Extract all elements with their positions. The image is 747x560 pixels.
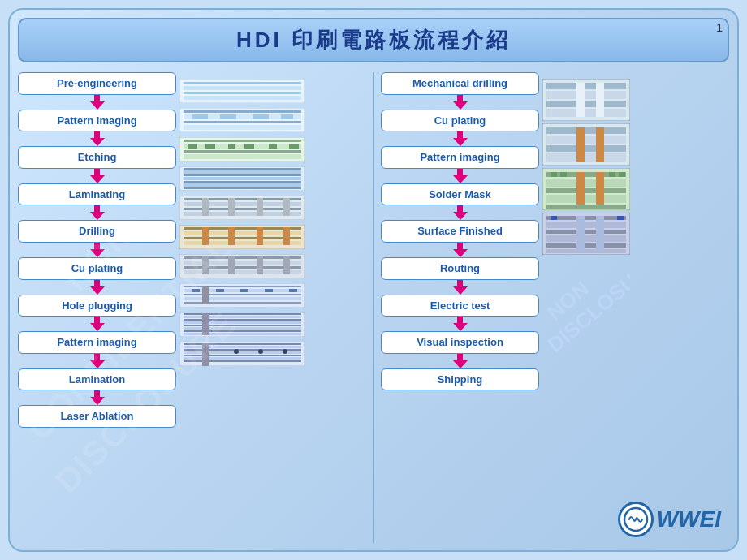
- svg-rect-103: [546, 136, 626, 144]
- svg-rect-97: [546, 101, 626, 107]
- wm-text: NONDISCLOSURE: [542, 257, 630, 387]
- step-surface-finished: Surface Finished: [381, 220, 539, 243]
- step-box-lamination: Lamination: [18, 368, 176, 391]
- svg-rect-8: [184, 121, 301, 123]
- right-cross-col: NONDISCLOSURE: [542, 72, 630, 543]
- step-box-mechanical-drilling: Mechanical drilling: [381, 72, 539, 95]
- svg-rect-87: [184, 355, 301, 356]
- svg-rect-15: [184, 140, 301, 142]
- svg-rect-113: [546, 205, 626, 209]
- step-box-pattern-imaging-1: Pattern imaging: [18, 110, 176, 132]
- svg-rect-110: [546, 179, 626, 187]
- step-pattern-imaging-3: Pattern imaging: [381, 146, 539, 169]
- svg-rect-59: [283, 256, 290, 274]
- step-lamination: Lamination: [18, 368, 176, 391]
- logo-area: WWEI: [618, 502, 721, 537]
- svg-rect-31: [184, 183, 301, 187]
- step-pattern-imaging-1: Pattern imaging: [18, 110, 176, 132]
- right-steps-col: Mechanical drilling Cu plating Pattern i…: [381, 72, 539, 543]
- arrow-r1: [453, 95, 468, 110]
- step-box-routing: Routing: [381, 257, 539, 280]
- svg-rect-64: [184, 297, 301, 300]
- svg-rect-98: [546, 109, 626, 117]
- svg-rect-67: [216, 289, 224, 292]
- svg-rect-12: [253, 114, 269, 119]
- svg-rect-111: [546, 188, 626, 193]
- arrow-r6: [453, 280, 468, 295]
- step-mechanical-drilling: Mechanical drilling: [381, 72, 539, 95]
- pcb-img-2: [179, 108, 305, 132]
- step-box-solder-mask: Solder Mask: [381, 183, 539, 206]
- page-number: 1: [716, 21, 723, 34]
- left-steps-col: Pre-engineering Pattern imaging Etching …: [18, 72, 176, 543]
- step-box-etching: Etching: [18, 146, 176, 169]
- step-box-cu-plating-left: Cu plating: [18, 257, 176, 280]
- svg-rect-79: [184, 330, 301, 332]
- svg-point-92: [258, 349, 263, 354]
- svg-rect-80: [184, 333, 301, 335]
- svg-rect-96: [546, 91, 626, 99]
- svg-rect-70: [289, 289, 297, 292]
- pcb-img-4: [179, 166, 305, 191]
- step-pre-engineering: Pre-engineering: [18, 72, 176, 95]
- svg-rect-119: [619, 172, 625, 177]
- arrow-3: [90, 169, 105, 183]
- svg-rect-126: [546, 249, 626, 253]
- step-etching: Etching: [18, 146, 176, 169]
- svg-point-91: [234, 349, 239, 354]
- pcb-img-5: [179, 196, 305, 220]
- svg-rect-57: [228, 256, 235, 274]
- step-cu-plating-right: Cu plating: [381, 110, 539, 132]
- svg-rect-1: [184, 82, 301, 84]
- svg-rect-124: [546, 235, 626, 242]
- cross-img-1: [542, 79, 630, 121]
- vertical-divider: [374, 72, 374, 543]
- svg-rect-73: [184, 313, 301, 315]
- svg-rect-78: [184, 327, 301, 330]
- svg-rect-13: [281, 114, 293, 119]
- svg-rect-58: [257, 256, 263, 274]
- title-bar: HDI 印刷電路板流程介紹: [18, 18, 729, 62]
- pcb-img-8: [179, 283, 305, 308]
- svg-rect-129: [551, 216, 557, 220]
- step-box-visual-inspection: Visual inspection: [381, 331, 539, 354]
- step-laminating: Laminating: [18, 183, 176, 206]
- svg-rect-38: [202, 198, 209, 216]
- svg-rect-19: [188, 144, 197, 149]
- step-box-surface-finished: Surface Finished: [381, 220, 539, 243]
- step-cu-plating-left: Cu plating: [18, 257, 176, 280]
- logo-label: WWEI: [657, 506, 721, 532]
- arrow-r4: [453, 205, 468, 220]
- pcb-img-7: [179, 254, 305, 278]
- svg-rect-2: [184, 86, 301, 90]
- arrow-r2: [453, 131, 468, 146]
- svg-rect-21: [228, 144, 235, 149]
- svg-rect-107: [596, 127, 604, 162]
- svg-rect-76: [184, 321, 301, 324]
- svg-rect-66: [192, 289, 200, 292]
- step-shipping: Shipping: [381, 368, 539, 391]
- logo-circle: [618, 502, 654, 537]
- svg-rect-125: [546, 243, 626, 248]
- logo-icon: [623, 506, 649, 532]
- svg-rect-84: [184, 346, 301, 348]
- svg-rect-105: [546, 153, 626, 162]
- svg-rect-3: [184, 92, 301, 94]
- svg-rect-117: [560, 172, 567, 177]
- svg-rect-114: [576, 172, 585, 205]
- svg-rect-4: [184, 96, 301, 100]
- step-routing: Routing: [381, 257, 539, 280]
- arrow-7: [90, 317, 105, 331]
- step-box-laser-ablation: Laser Ablation: [18, 405, 176, 428]
- svg-rect-47: [202, 227, 209, 245]
- step-hole-plugging: Hole plugging: [18, 295, 176, 317]
- svg-rect-29: [184, 177, 301, 180]
- svg-rect-22: [244, 144, 254, 149]
- svg-rect-122: [546, 222, 626, 228]
- svg-rect-130: [617, 216, 624, 220]
- svg-rect-118: [609, 172, 615, 177]
- svg-rect-24: [289, 144, 299, 149]
- svg-rect-81: [202, 313, 209, 335]
- pcb-img-10: [179, 342, 305, 366]
- svg-rect-115: [596, 172, 604, 205]
